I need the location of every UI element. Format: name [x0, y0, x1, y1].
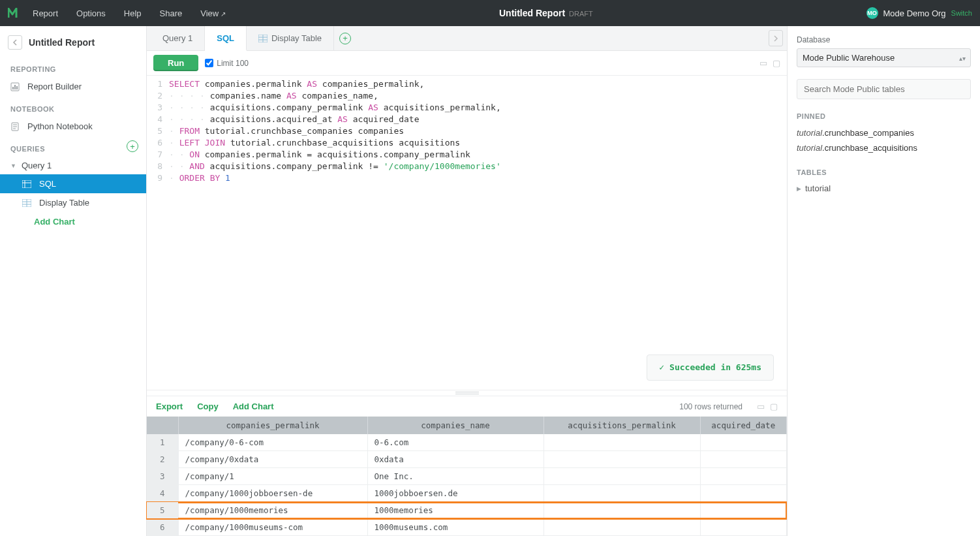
sidebar-add-chart[interactable]: Add Chart: [0, 212, 146, 231]
logo-icon[interactable]: [8, 7, 21, 20]
svg-rect-8: [22, 180, 31, 188]
notebook-icon: [10, 122, 21, 131]
limit-checkbox[interactable]: Limit 100: [205, 59, 249, 68]
table-row[interactable]: 4/company/1000jobboersen-de1000jobboerse…: [147, 485, 787, 502]
nav-python-notebook[interactable]: Python Notebook: [0, 117, 146, 136]
menu-view[interactable]: View↗: [200, 8, 226, 18]
chevron-right-icon: ▶: [797, 185, 801, 192]
column-header[interactable]: acquisitions_permalink: [544, 417, 700, 434]
section-notebook: NOTEBOOK: [0, 96, 146, 117]
copy-button[interactable]: Copy: [197, 402, 219, 411]
top-menu: Report Options Help Share View↗: [33, 8, 226, 18]
sidebar-sql[interactable]: SQL: [0, 174, 146, 193]
left-sidebar: Untitled Report REPORTING Report Builder…: [0, 26, 147, 536]
table-row[interactable]: 5/company/1000memories1000memories: [147, 502, 787, 519]
limit-checkbox-input[interactable]: [205, 59, 213, 67]
table-icon: [22, 199, 33, 207]
column-header[interactable]: acquired_date: [700, 417, 787, 434]
table-row[interactable]: 6/company/1000museums-com1000museums.com: [147, 519, 787, 536]
pinned-table[interactable]: tutorial.crunchbase_companies: [797, 125, 971, 140]
table-row[interactable]: 2/company/0xdata0xdata: [147, 451, 787, 468]
query-status-toast: ✓ Succeeded in 625ms: [647, 355, 774, 381]
run-button[interactable]: Run: [153, 55, 198, 71]
database-label: Database: [797, 35, 971, 44]
svg-rect-1: [12, 87, 14, 89]
menu-options[interactable]: Options: [76, 8, 106, 18]
tab-query1[interactable]: Query 1: [151, 26, 205, 50]
table-row[interactable]: 1/company/0-6-com0-6.com: [147, 434, 787, 451]
maximize-icon[interactable]: ▢: [773, 58, 780, 68]
sidebar-query1[interactable]: ▼ Query 1: [0, 157, 146, 174]
pane-resize-handle[interactable]: [147, 390, 787, 396]
code-content[interactable]: SELECT companies.permalink AS companies_…: [169, 78, 501, 387]
chevron-down-icon: ▼: [10, 163, 16, 169]
export-button[interactable]: Export: [156, 402, 183, 411]
pinned-label: PINNED: [797, 112, 971, 120]
table-row[interactable]: 3/company/1One Inc.: [147, 468, 787, 485]
table-icon: [258, 35, 268, 42]
nav-report-builder[interactable]: Report Builder: [0, 77, 146, 96]
menu-help[interactable]: Help: [124, 8, 142, 18]
column-header[interactable]: companies_permalink: [178, 417, 367, 434]
tab-add-button[interactable]: +: [334, 26, 356, 50]
tab-sql[interactable]: SQL: [205, 26, 247, 51]
editor-tabs: Query 1 SQL Display Table +: [147, 26, 787, 51]
results-toolbar: Export Copy Add Chart 100 rows returned …: [147, 396, 787, 417]
sidebar-report-title: Untitled Report: [29, 37, 95, 48]
report-title-center: Untitled ReportDRAFT: [226, 8, 866, 18]
org-avatar[interactable]: MO: [866, 7, 878, 19]
table-search-input[interactable]: [797, 79, 971, 99]
tab-display-table[interactable]: Display Table: [247, 26, 334, 50]
code-editor[interactable]: 123456789 SELECT companies.permalink AS …: [147, 76, 787, 390]
center-pane: Query 1 SQL Display Table + Run Limit 10…: [147, 26, 787, 536]
report-builder-icon: [10, 82, 21, 91]
editor-toolbar: Run Limit 100 ▭ ▢: [147, 51, 787, 76]
maximize-icon[interactable]: ▢: [770, 402, 778, 411]
section-reporting: REPORTING: [0, 56, 146, 77]
tree-tutorial[interactable]: ▶ tutorial: [797, 181, 971, 195]
svg-rect-3: [16, 86, 18, 89]
tables-label: TABLES: [797, 168, 971, 176]
back-button[interactable]: [8, 35, 22, 50]
svg-rect-2: [14, 85, 16, 89]
column-header[interactable]: companies_name: [367, 417, 544, 434]
menu-report[interactable]: Report: [33, 8, 58, 18]
rows-returned-label: 100 rows returned: [679, 402, 743, 411]
minimize-icon[interactable]: ▭: [757, 402, 765, 411]
results-table[interactable]: companies_permalinkcompanies_nameacquisi…: [147, 417, 787, 536]
sql-icon: [22, 180, 33, 188]
switch-org-link[interactable]: Switch: [951, 9, 972, 17]
topbar: Report Options Help Share View↗ Untitled…: [0, 0, 980, 26]
section-queries: QUERIES: [0, 136, 55, 157]
check-icon: ✓: [659, 362, 664, 373]
sidebar-display-table[interactable]: Display Table: [0, 193, 146, 212]
minimize-icon[interactable]: ▭: [759, 58, 767, 68]
add-query-button[interactable]: +: [127, 140, 138, 152]
menu-share[interactable]: Share: [160, 8, 183, 18]
org-name[interactable]: Mode Demo Org: [883, 8, 946, 18]
database-select[interactable]: Mode Public Warehouse: [797, 48, 971, 67]
right-panel: Database Mode Public Warehouse ▴▾ PINNED…: [787, 26, 980, 536]
pinned-table[interactable]: tutorial.crunchbase_acquisitions: [797, 140, 971, 155]
add-chart-button[interactable]: Add Chart: [233, 402, 274, 411]
tabs-scroll-right[interactable]: [769, 30, 783, 46]
line-gutter: 123456789: [147, 78, 169, 387]
